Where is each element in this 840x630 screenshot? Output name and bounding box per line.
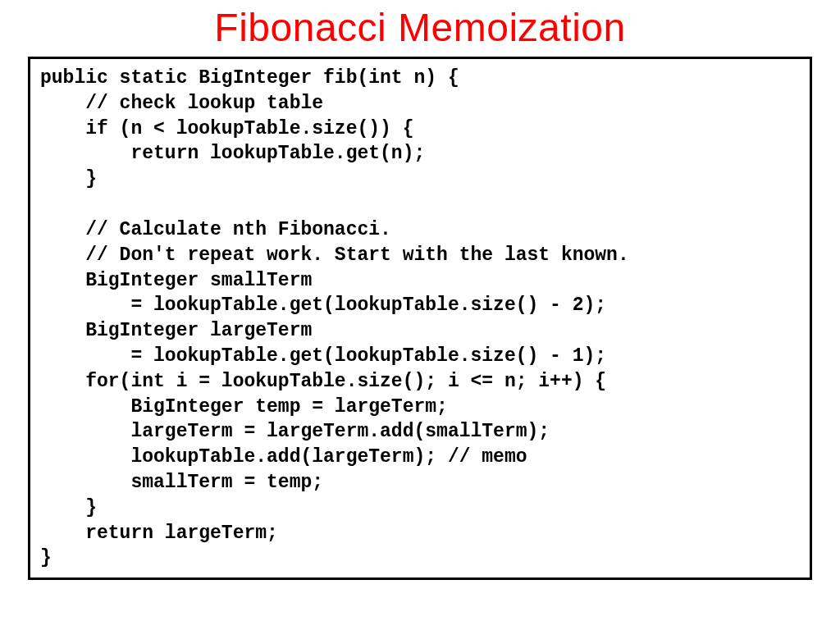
- slide-title: Fibonacci Memoization: [0, 0, 840, 57]
- code-block: public static BigInteger fib(int n) { //…: [40, 66, 800, 571]
- code-box: public static BigInteger fib(int n) { //…: [28, 57, 812, 580]
- slide: Fibonacci Memoization public static BigI…: [0, 0, 840, 630]
